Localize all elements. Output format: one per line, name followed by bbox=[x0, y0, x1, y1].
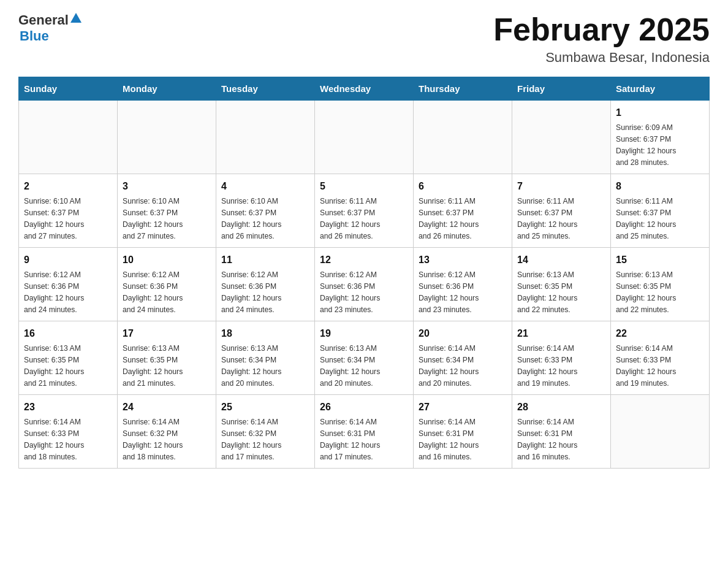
day-info: Sunrise: 6:13 AM Sunset: 6:35 PM Dayligh… bbox=[24, 343, 112, 389]
calendar-header: SundayMondayTuesdayWednesdayThursdayFrid… bbox=[19, 77, 710, 101]
calendar-cell: 24Sunrise: 6:14 AM Sunset: 6:32 PM Dayli… bbox=[118, 395, 216, 469]
calendar-cell bbox=[414, 101, 512, 174]
calendar-cell: 13Sunrise: 6:12 AM Sunset: 6:36 PM Dayli… bbox=[414, 248, 512, 321]
day-info: Sunrise: 6:10 AM Sunset: 6:37 PM Dayligh… bbox=[221, 196, 309, 242]
day-info: Sunrise: 6:11 AM Sunset: 6:37 PM Dayligh… bbox=[517, 196, 605, 242]
day-info: Sunrise: 6:13 AM Sunset: 6:34 PM Dayligh… bbox=[320, 343, 408, 389]
day-number: 28 bbox=[517, 400, 605, 415]
calendar-cell: 6Sunrise: 6:11 AM Sunset: 6:37 PM Daylig… bbox=[414, 174, 512, 248]
calendar-cell: 28Sunrise: 6:14 AM Sunset: 6:31 PM Dayli… bbox=[512, 395, 611, 469]
day-info: Sunrise: 6:12 AM Sunset: 6:36 PM Dayligh… bbox=[221, 269, 309, 316]
calendar-cell: 20Sunrise: 6:14 AM Sunset: 6:34 PM Dayli… bbox=[414, 321, 512, 395]
logo-general-text: General bbox=[18, 12, 69, 28]
day-number: 16 bbox=[24, 326, 112, 341]
day-info: Sunrise: 6:11 AM Sunset: 6:37 PM Dayligh… bbox=[320, 196, 408, 242]
day-number: 26 bbox=[320, 400, 408, 415]
month-title: February 2025 bbox=[493, 12, 710, 47]
calendar-cell bbox=[19, 101, 118, 174]
calendar-cell: 5Sunrise: 6:11 AM Sunset: 6:37 PM Daylig… bbox=[315, 174, 414, 248]
day-info: Sunrise: 6:11 AM Sunset: 6:37 PM Dayligh… bbox=[419, 196, 507, 242]
calendar-day-header: Tuesday bbox=[216, 77, 315, 101]
day-number: 2 bbox=[24, 179, 112, 194]
day-number: 21 bbox=[517, 326, 605, 341]
day-info: Sunrise: 6:14 AM Sunset: 6:33 PM Dayligh… bbox=[616, 343, 704, 389]
calendar-cell bbox=[512, 101, 611, 174]
calendar-cell: 3Sunrise: 6:10 AM Sunset: 6:37 PM Daylig… bbox=[118, 174, 216, 248]
day-number: 23 bbox=[24, 400, 112, 415]
day-number: 15 bbox=[616, 253, 704, 267]
day-info: Sunrise: 6:09 AM Sunset: 6:37 PM Dayligh… bbox=[616, 122, 704, 169]
day-info: Sunrise: 6:13 AM Sunset: 6:34 PM Dayligh… bbox=[221, 343, 309, 389]
day-info: Sunrise: 6:14 AM Sunset: 6:31 PM Dayligh… bbox=[419, 416, 507, 463]
calendar-day-header: Thursday bbox=[414, 77, 512, 101]
day-number: 9 bbox=[24, 253, 112, 267]
calendar-cell: 11Sunrise: 6:12 AM Sunset: 6:36 PM Dayli… bbox=[216, 248, 315, 321]
calendar-cell: 2Sunrise: 6:10 AM Sunset: 6:37 PM Daylig… bbox=[19, 174, 118, 248]
calendar-cell: 27Sunrise: 6:14 AM Sunset: 6:31 PM Dayli… bbox=[414, 395, 512, 469]
calendar-cell: 14Sunrise: 6:13 AM Sunset: 6:35 PM Dayli… bbox=[512, 248, 611, 321]
logo-arrow-icon bbox=[70, 13, 82, 23]
day-number: 4 bbox=[221, 179, 309, 194]
title-section: February 2025 Sumbawa Besar, Indonesia bbox=[493, 12, 710, 66]
day-info: Sunrise: 6:14 AM Sunset: 6:31 PM Dayligh… bbox=[320, 416, 408, 463]
calendar-cell: 9Sunrise: 6:12 AM Sunset: 6:36 PM Daylig… bbox=[19, 248, 118, 321]
calendar-cell: 1Sunrise: 6:09 AM Sunset: 6:37 PM Daylig… bbox=[611, 101, 710, 174]
day-number: 1 bbox=[616, 105, 704, 120]
calendar-table: SundayMondayTuesdayWednesdayThursdayFrid… bbox=[18, 77, 710, 469]
day-number: 18 bbox=[221, 326, 309, 341]
day-info: Sunrise: 6:14 AM Sunset: 6:32 PM Dayligh… bbox=[123, 416, 211, 463]
day-info: Sunrise: 6:14 AM Sunset: 6:32 PM Dayligh… bbox=[221, 416, 309, 463]
day-info: Sunrise: 6:13 AM Sunset: 6:35 PM Dayligh… bbox=[616, 269, 704, 316]
day-number: 14 bbox=[517, 253, 605, 267]
calendar-cell: 8Sunrise: 6:11 AM Sunset: 6:37 PM Daylig… bbox=[611, 174, 710, 248]
logo: General Blue bbox=[18, 12, 82, 44]
day-number: 25 bbox=[221, 400, 309, 415]
day-number: 10 bbox=[123, 253, 211, 267]
calendar-cell: 22Sunrise: 6:14 AM Sunset: 6:33 PM Dayli… bbox=[611, 321, 710, 395]
day-number: 8 bbox=[616, 179, 704, 194]
calendar-day-header: Friday bbox=[512, 77, 611, 101]
day-number: 24 bbox=[123, 400, 211, 415]
day-number: 17 bbox=[123, 326, 211, 341]
day-info: Sunrise: 6:12 AM Sunset: 6:36 PM Dayligh… bbox=[320, 269, 408, 316]
day-number: 27 bbox=[419, 400, 507, 415]
day-number: 7 bbox=[517, 179, 605, 194]
day-info: Sunrise: 6:13 AM Sunset: 6:35 PM Dayligh… bbox=[517, 269, 605, 316]
day-info: Sunrise: 6:14 AM Sunset: 6:33 PM Dayligh… bbox=[24, 416, 112, 463]
day-info: Sunrise: 6:13 AM Sunset: 6:35 PM Dayligh… bbox=[123, 343, 211, 389]
logo-blue-text: Blue bbox=[20, 28, 49, 44]
calendar-day-header: Monday bbox=[118, 77, 216, 101]
day-info: Sunrise: 6:10 AM Sunset: 6:37 PM Dayligh… bbox=[123, 196, 211, 242]
day-info: Sunrise: 6:12 AM Sunset: 6:36 PM Dayligh… bbox=[123, 269, 211, 316]
calendar-cell: 7Sunrise: 6:11 AM Sunset: 6:37 PM Daylig… bbox=[512, 174, 611, 248]
day-info: Sunrise: 6:10 AM Sunset: 6:37 PM Dayligh… bbox=[24, 196, 112, 242]
calendar-cell: 19Sunrise: 6:13 AM Sunset: 6:34 PM Dayli… bbox=[315, 321, 414, 395]
day-number: 13 bbox=[419, 253, 507, 267]
day-info: Sunrise: 6:12 AM Sunset: 6:36 PM Dayligh… bbox=[419, 269, 507, 316]
calendar-cell bbox=[315, 101, 414, 174]
day-info: Sunrise: 6:14 AM Sunset: 6:34 PM Dayligh… bbox=[419, 343, 507, 389]
calendar-day-header: Saturday bbox=[611, 77, 710, 101]
calendar-cell: 26Sunrise: 6:14 AM Sunset: 6:31 PM Dayli… bbox=[315, 395, 414, 469]
day-number: 19 bbox=[320, 326, 408, 341]
calendar-day-header: Wednesday bbox=[315, 77, 414, 101]
calendar-cell: 23Sunrise: 6:14 AM Sunset: 6:33 PM Dayli… bbox=[19, 395, 118, 469]
day-number: 11 bbox=[221, 253, 309, 267]
calendar-cell bbox=[216, 101, 315, 174]
calendar-cell: 15Sunrise: 6:13 AM Sunset: 6:35 PM Dayli… bbox=[611, 248, 710, 321]
day-info: Sunrise: 6:12 AM Sunset: 6:36 PM Dayligh… bbox=[24, 269, 112, 316]
day-number: 5 bbox=[320, 179, 408, 194]
page-header: General Blue February 2025 Sumbawa Besar… bbox=[18, 12, 710, 66]
calendar-cell bbox=[118, 101, 216, 174]
svg-marker-0 bbox=[70, 13, 82, 23]
calendar-cell: 25Sunrise: 6:14 AM Sunset: 6:32 PM Dayli… bbox=[216, 395, 315, 469]
calendar-cell: 18Sunrise: 6:13 AM Sunset: 6:34 PM Dayli… bbox=[216, 321, 315, 395]
calendar-cell bbox=[611, 395, 710, 469]
day-number: 6 bbox=[419, 179, 507, 194]
calendar-cell: 16Sunrise: 6:13 AM Sunset: 6:35 PM Dayli… bbox=[19, 321, 118, 395]
day-info: Sunrise: 6:14 AM Sunset: 6:33 PM Dayligh… bbox=[517, 343, 605, 389]
calendar-cell: 10Sunrise: 6:12 AM Sunset: 6:36 PM Dayli… bbox=[118, 248, 216, 321]
calendar-cell: 17Sunrise: 6:13 AM Sunset: 6:35 PM Dayli… bbox=[118, 321, 216, 395]
calendar-cell: 12Sunrise: 6:12 AM Sunset: 6:36 PM Dayli… bbox=[315, 248, 414, 321]
day-number: 12 bbox=[320, 253, 408, 267]
